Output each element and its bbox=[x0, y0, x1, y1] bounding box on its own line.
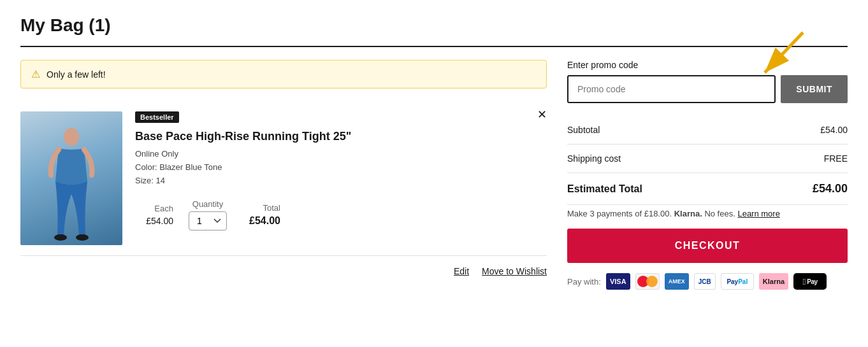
svg-point-2 bbox=[76, 234, 89, 241]
product-image-placeholder bbox=[20, 111, 122, 245]
payment-methods-row: Pay with: VISA AMEX JCB PayPal Klarna P… bbox=[567, 273, 848, 290]
item-actions-row: Edit Move to Wishlist bbox=[20, 266, 547, 281]
warning-icon: ⚠ bbox=[31, 68, 40, 80]
visa-icon: VISA bbox=[606, 273, 630, 290]
checkout-button[interactable]: CHECKOUT bbox=[567, 229, 848, 263]
subtotal-value: £54.00 bbox=[820, 125, 848, 135]
amex-icon: AMEX bbox=[665, 273, 689, 290]
quantity-select[interactable]: 1 2 3 4 5 bbox=[189, 211, 227, 230]
header-divider bbox=[20, 46, 848, 47]
pay-with-label: Pay with: bbox=[567, 277, 601, 287]
estimated-total-label: Estimated Total bbox=[567, 183, 642, 195]
bag-items-panel: ⚠ Only a few left! bbox=[20, 60, 547, 281]
jcb-icon: JCB bbox=[694, 273, 716, 290]
pricing-row: Each £54.00 Quantity 1 2 3 4 5 bbox=[135, 199, 547, 230]
promo-section: Enter promo code SUBMIT bbox=[567, 60, 848, 103]
edit-button[interactable]: Edit bbox=[454, 266, 469, 276]
svg-point-0 bbox=[64, 128, 79, 146]
svg-point-1 bbox=[54, 234, 67, 241]
product-name: Base Pace High-Rise Running Tight 25" bbox=[135, 129, 547, 144]
product-color: Color: Blazer Blue Tone bbox=[135, 162, 547, 172]
order-summary-panel: Enter promo code SUBMIT bbox=[567, 60, 848, 290]
subtotal-label: Subtotal bbox=[567, 125, 600, 135]
bestseller-badge: Bestseller bbox=[135, 111, 179, 123]
promo-code-input[interactable] bbox=[567, 75, 776, 103]
product-info: Bestseller Base Pace High-Rise Running T… bbox=[135, 111, 547, 245]
arrow-annotation bbox=[746, 29, 816, 80]
quantity-wrapper: Quantity 1 2 3 4 5 bbox=[189, 199, 227, 230]
each-price: £54.00 bbox=[146, 216, 173, 226]
product-image bbox=[20, 111, 122, 245]
stock-alert-banner: ⚠ Only a few left! bbox=[20, 60, 547, 89]
quantity-label: Quantity bbox=[192, 199, 223, 209]
estimated-total-value: £54.00 bbox=[813, 182, 848, 195]
product-size: Size: 14 bbox=[135, 176, 547, 185]
klarna-note: Make 3 payments of £18.00. Klarna. No fe… bbox=[567, 209, 848, 218]
promo-submit-button[interactable]: SUBMIT bbox=[781, 75, 848, 103]
product-figure-svg bbox=[40, 124, 103, 245]
shipping-row: Shipping cost FREE bbox=[567, 145, 848, 173]
total-row: Estimated Total £54.00 bbox=[567, 173, 848, 205]
remove-item-button[interactable]: ✕ bbox=[537, 109, 547, 120]
product-card: Bestseller Base Pace High-Rise Running T… bbox=[20, 101, 547, 256]
apple-pay-icon: Pay bbox=[793, 273, 827, 290]
page-title: My Bag (1) bbox=[20, 15, 848, 36]
move-to-wishlist-button[interactable]: Move to Wishlist bbox=[482, 266, 547, 276]
total-label: Total bbox=[263, 203, 280, 213]
total-price: £54.00 bbox=[249, 215, 280, 227]
shipping-label: Shipping cost bbox=[567, 153, 621, 164]
product-availability: Online Only bbox=[135, 149, 547, 159]
paypal-icon: PayPal bbox=[721, 273, 754, 290]
mastercard-icon bbox=[635, 273, 660, 290]
shipping-value: FREE bbox=[824, 153, 848, 164]
klarna-learn-more-link[interactable]: Learn more bbox=[737, 209, 779, 218]
subtotal-row: Subtotal £54.00 bbox=[567, 116, 848, 145]
alert-text: Only a few left! bbox=[47, 69, 106, 80]
promo-label: Enter promo code bbox=[567, 60, 848, 70]
klarna-icon: Klarna bbox=[759, 273, 788, 290]
each-label: Each bbox=[154, 204, 173, 213]
